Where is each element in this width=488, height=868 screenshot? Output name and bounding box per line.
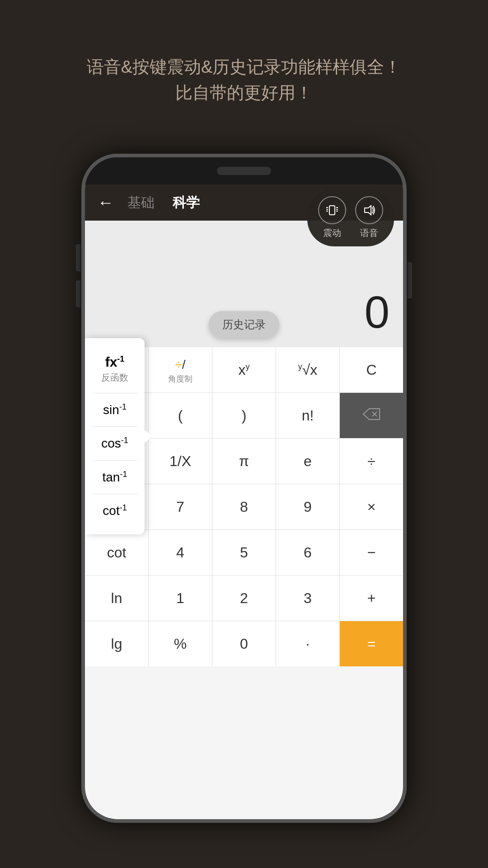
key-main-0-2: xy — [239, 362, 250, 378]
key-row-4: cot456− — [85, 530, 403, 576]
key-main-4-2: 5 — [240, 544, 248, 561]
key-main-2-4: ÷ — [367, 453, 375, 470]
key-main-1-3: n! — [302, 407, 314, 424]
power-button — [408, 262, 412, 298]
side-panel-arrow — [145, 430, 153, 443]
svg-marker-7 — [365, 206, 371, 215]
key-main-3-3: 9 — [304, 499, 312, 515]
promo-text-block: 语音&按键震动&历史记录功能样样俱全！ 比自带的更好用！ — [0, 0, 488, 133]
phone-top-bar — [85, 157, 403, 184]
key-5-4[interactable]: + — [340, 576, 403, 621]
side-panel-cot-inv[interactable]: cot-1 — [92, 496, 137, 525]
side-panel-cos-inv[interactable]: cos-1 — [92, 429, 137, 458]
key-2-4[interactable]: ÷ — [340, 439, 403, 484]
key-main-6-2: 0 — [240, 636, 248, 652]
promo-line2: 比自带的更好用！ — [36, 80, 452, 106]
key-main-5-4: + — [367, 590, 376, 607]
key-1-3[interactable]: n! — [276, 393, 340, 438]
key-4-3[interactable]: 6 — [276, 530, 340, 575]
key-6-3[interactable]: · — [276, 621, 340, 666]
key-main-4-0: cot — [107, 544, 127, 561]
promo-line1: 语音&按键震动&历史记录功能样样俱全！ — [36, 54, 452, 80]
app-content: ← 基础 科学 — [85, 184, 403, 819]
key-6-0[interactable]: lg — [85, 621, 149, 666]
vibrate-menu-item[interactable]: 震动 — [318, 196, 346, 239]
key-main-1-1: ( — [178, 407, 183, 424]
key-main-4-4: − — [367, 544, 376, 561]
key-main-6-4: = — [367, 636, 376, 652]
key-5-0[interactable]: ln — [85, 576, 149, 621]
key-2-1[interactable]: 1/X — [149, 439, 212, 484]
key-0-2[interactable]: xy — [212, 347, 276, 392]
key-5-3[interactable]: 3 — [276, 576, 340, 621]
key-main-5-2: 2 — [240, 590, 248, 607]
key-4-1[interactable]: 4 — [149, 530, 212, 575]
key-main-5-0: ln — [111, 590, 122, 607]
key-main-0-4: C — [366, 362, 376, 378]
history-bubble-label: 历史记录 — [209, 311, 279, 338]
tab-basic[interactable]: 基础 — [127, 193, 155, 212]
key-main-6-1: % — [174, 636, 187, 652]
phone-speaker — [217, 167, 271, 175]
nav-bar: ← 基础 科学 — [85, 184, 403, 221]
vol-button-up — [76, 244, 80, 271]
key-3-4[interactable]: × — [340, 484, 403, 529]
key-main-4-1: 4 — [176, 544, 184, 561]
vibrate-label: 震动 — [323, 227, 341, 239]
key-main-0-1: ÷/ — [175, 356, 185, 373]
key-main-3-2: 8 — [240, 499, 248, 515]
key-main-2-1: 1/X — [169, 453, 191, 470]
key-main-5-1: 1 — [176, 590, 184, 607]
key-0-4[interactable]: C — [340, 347, 403, 392]
sound-menu-item[interactable]: 语音 — [355, 196, 383, 239]
key-row-6: lg%0·= — [85, 621, 403, 666]
key-5-1[interactable]: 1 — [149, 576, 212, 621]
key-main-3-4: × — [367, 499, 376, 515]
vol-button-down — [76, 280, 80, 307]
side-panel-fx[interactable]: fx-1 反函数 — [92, 347, 137, 391]
key-5-2[interactable]: 2 — [212, 576, 276, 621]
key-row-5: ln123+ — [85, 576, 403, 621]
key-6-2[interactable]: 0 — [212, 621, 276, 666]
key-6-4[interactable]: = — [340, 621, 403, 666]
display-value: 0 — [364, 286, 389, 338]
side-panel: fx-1 反函数 sin-1 cos-1 tan-1 cot-1 — [85, 338, 145, 534]
key-1-1[interactable]: ( — [149, 393, 212, 438]
key-4-4[interactable]: − — [340, 530, 403, 575]
key-main-1-2: ) — [242, 407, 247, 424]
phone-mockup: ← 基础 科学 — [81, 154, 407, 823]
float-menu: 震动 语音 — [307, 189, 394, 246]
side-panel-fx-label: 反函数 — [101, 372, 128, 384]
divider-4 — [92, 494, 137, 494]
key-4-0[interactable]: cot — [85, 530, 149, 575]
key-4-2[interactable]: 5 — [212, 530, 276, 575]
key-main-5-3: 3 — [304, 590, 312, 607]
key-3-2[interactable]: 8 — [212, 484, 276, 529]
key-0-1[interactable]: ÷/角度制 — [149, 347, 212, 392]
key-2-3[interactable]: e — [276, 439, 340, 484]
divider-2 — [92, 426, 137, 427]
tab-science[interactable]: 科学 — [173, 193, 200, 212]
key-sub-0-1: 角度制 — [168, 373, 192, 384]
nav-tabs: 基础 科学 — [127, 193, 200, 212]
key-main-2-2: π — [239, 453, 249, 470]
key-0-3[interactable]: y√x — [276, 347, 340, 392]
vibrate-icon — [318, 196, 346, 224]
key-main-1-4 — [362, 407, 380, 424]
key-6-1[interactable]: % — [149, 621, 212, 666]
divider-3 — [92, 460, 137, 461]
side-panel-sin-inv[interactable]: sin-1 — [92, 395, 137, 425]
key-1-4[interactable] — [340, 393, 403, 438]
key-2-2[interactable]: π — [212, 439, 276, 484]
divider-1 — [92, 393, 137, 393]
key-main-2-3: e — [304, 453, 312, 470]
key-main-6-3: · — [306, 636, 310, 652]
key-3-3[interactable]: 9 — [276, 484, 340, 529]
key-1-2[interactable]: ) — [212, 393, 276, 438]
back-button[interactable]: ← — [98, 193, 114, 212]
side-panel-tan-inv[interactable]: tan-1 — [92, 462, 137, 492]
key-main-6-0: lg — [111, 636, 122, 652]
history-button[interactable]: 历史记录 — [209, 311, 279, 338]
key-3-1[interactable]: 7 — [149, 484, 212, 529]
sound-icon — [355, 196, 383, 224]
